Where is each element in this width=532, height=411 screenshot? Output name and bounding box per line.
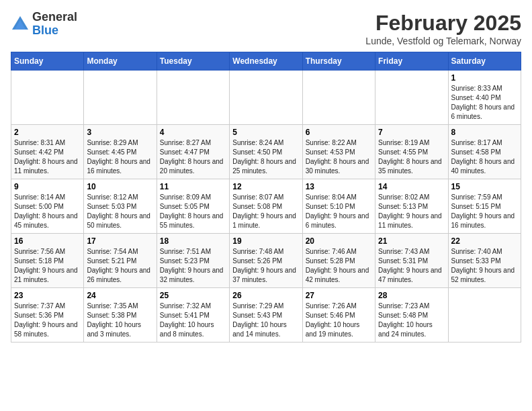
calendar-table: SundayMondayTuesdayWednesdayThursdayFrid… (11, 52, 521, 342)
calendar-cell (84, 71, 157, 125)
day-info: Sunrise: 7:56 AM Sunset: 5:18 PM Dayligh… (14, 247, 81, 285)
day-info: Sunrise: 7:43 AM Sunset: 5:31 PM Dayligh… (378, 247, 445, 285)
calendar-week-row: 23Sunrise: 7:37 AM Sunset: 5:36 PM Dayli… (11, 288, 521, 342)
calendar-cell: 14Sunrise: 8:02 AM Sunset: 5:13 PM Dayli… (375, 179, 448, 234)
calendar-cell: 3Sunrise: 8:29 AM Sunset: 4:45 PM Daylig… (84, 125, 157, 179)
calendar-cell: 18Sunrise: 7:51 AM Sunset: 5:23 PM Dayli… (157, 234, 229, 288)
month-title: February 2025 (365, 11, 521, 36)
day-number: 25 (160, 291, 226, 300)
day-number: 10 (87, 182, 153, 191)
column-header-sunday: Sunday (11, 52, 84, 71)
calendar-cell: 23Sunrise: 7:37 AM Sunset: 5:36 PM Dayli… (11, 288, 84, 342)
day-info: Sunrise: 7:51 AM Sunset: 5:23 PM Dayligh… (160, 247, 226, 285)
day-info: Sunrise: 8:04 AM Sunset: 5:10 PM Dayligh… (306, 193, 372, 230)
column-header-friday: Friday (375, 52, 448, 71)
calendar-cell: 9Sunrise: 8:14 AM Sunset: 5:00 PM Daylig… (11, 179, 84, 234)
calendar-week-row: 16Sunrise: 7:56 AM Sunset: 5:18 PM Dayli… (11, 234, 521, 288)
day-info: Sunrise: 8:22 AM Sunset: 4:53 PM Dayligh… (306, 138, 372, 176)
day-number: 12 (232, 182, 299, 191)
calendar-cell: 1Sunrise: 8:33 AM Sunset: 4:40 PM Daylig… (448, 71, 521, 125)
day-number: 21 (378, 236, 445, 246)
calendar-cell (11, 71, 84, 125)
calendar-cell: 4Sunrise: 8:27 AM Sunset: 4:47 PM Daylig… (157, 125, 229, 179)
calendar-cell: 12Sunrise: 8:07 AM Sunset: 5:08 PM Dayli… (230, 179, 302, 234)
calendar-cell: 6Sunrise: 8:22 AM Sunset: 4:53 PM Daylig… (302, 125, 375, 179)
day-info: Sunrise: 8:17 AM Sunset: 4:58 PM Dayligh… (451, 138, 518, 176)
day-info: Sunrise: 7:35 AM Sunset: 5:38 PM Dayligh… (87, 302, 153, 339)
day-info: Sunrise: 7:32 AM Sunset: 5:41 PM Dayligh… (160, 302, 226, 339)
day-number: 14 (378, 182, 445, 191)
day-number: 7 (378, 128, 445, 137)
page-header: General Blue February 2025 Lunde, Vestfo… (11, 11, 521, 46)
day-info: Sunrise: 8:09 AM Sunset: 5:05 PM Dayligh… (160, 193, 226, 230)
day-number: 8 (451, 128, 518, 137)
calendar-cell: 17Sunrise: 7:54 AM Sunset: 5:21 PM Dayli… (84, 234, 157, 288)
day-number: 28 (378, 291, 445, 300)
calendar-cell: 16Sunrise: 7:56 AM Sunset: 5:18 PM Dayli… (11, 234, 84, 288)
day-number: 24 (87, 291, 153, 300)
logo-icon (11, 15, 30, 34)
logo-general-text: General (32, 10, 77, 24)
location-text: Lunde, Vestfold og Telemark, Norway (365, 36, 521, 46)
calendar-week-row: 9Sunrise: 8:14 AM Sunset: 5:00 PM Daylig… (11, 179, 521, 234)
column-header-tuesday: Tuesday (157, 52, 229, 71)
day-info: Sunrise: 7:46 AM Sunset: 5:28 PM Dayligh… (306, 247, 372, 285)
day-info: Sunrise: 7:26 AM Sunset: 5:46 PM Dayligh… (306, 302, 372, 339)
day-number: 13 (306, 182, 372, 191)
calendar-cell: 19Sunrise: 7:48 AM Sunset: 5:26 PM Dayli… (230, 234, 302, 288)
calendar-cell: 22Sunrise: 7:40 AM Sunset: 5:33 PM Dayli… (448, 234, 521, 288)
column-header-monday: Monday (84, 52, 157, 71)
column-header-saturday: Saturday (448, 52, 521, 71)
column-header-wednesday: Wednesday (230, 52, 302, 71)
day-info: Sunrise: 7:40 AM Sunset: 5:33 PM Dayligh… (451, 247, 518, 285)
calendar-header-row: SundayMondayTuesdayWednesdayThursdayFrid… (11, 52, 521, 71)
day-info: Sunrise: 7:59 AM Sunset: 5:15 PM Dayligh… (451, 193, 518, 230)
day-info: Sunrise: 8:14 AM Sunset: 5:00 PM Dayligh… (14, 193, 81, 230)
calendar-cell (375, 71, 448, 125)
calendar-week-row: 2Sunrise: 8:31 AM Sunset: 4:42 PM Daylig… (11, 125, 521, 179)
day-info: Sunrise: 7:29 AM Sunset: 5:43 PM Dayligh… (232, 302, 299, 339)
day-info: Sunrise: 8:24 AM Sunset: 4:50 PM Dayligh… (232, 138, 299, 176)
day-number: 5 (232, 128, 299, 137)
day-number: 18 (160, 236, 226, 246)
calendar-cell (448, 288, 521, 342)
day-number: 26 (232, 291, 299, 300)
day-info: Sunrise: 8:12 AM Sunset: 5:03 PM Dayligh… (87, 193, 153, 230)
day-number: 23 (14, 291, 81, 300)
day-info: Sunrise: 8:02 AM Sunset: 5:13 PM Dayligh… (378, 193, 445, 230)
day-number: 22 (451, 236, 518, 246)
calendar-cell: 15Sunrise: 7:59 AM Sunset: 5:15 PM Dayli… (448, 179, 521, 234)
calendar-cell: 25Sunrise: 7:32 AM Sunset: 5:41 PM Dayli… (157, 288, 229, 342)
calendar-cell: 27Sunrise: 7:26 AM Sunset: 5:46 PM Dayli… (302, 288, 375, 342)
calendar-week-row: 1Sunrise: 8:33 AM Sunset: 4:40 PM Daylig… (11, 71, 521, 125)
day-number: 15 (451, 182, 518, 191)
day-number: 20 (306, 236, 372, 246)
day-number: 1 (451, 73, 518, 83)
day-info: Sunrise: 7:48 AM Sunset: 5:26 PM Dayligh… (232, 247, 299, 285)
day-info: Sunrise: 8:29 AM Sunset: 4:45 PM Dayligh… (87, 138, 153, 176)
day-info: Sunrise: 8:07 AM Sunset: 5:08 PM Dayligh… (232, 193, 299, 230)
calendar-cell: 5Sunrise: 8:24 AM Sunset: 4:50 PM Daylig… (230, 125, 302, 179)
day-info: Sunrise: 8:19 AM Sunset: 4:55 PM Dayligh… (378, 138, 445, 176)
day-number: 16 (14, 236, 81, 246)
day-number: 2 (14, 128, 81, 137)
title-block: February 2025 Lunde, Vestfold og Telemar… (365, 11, 521, 46)
day-info: Sunrise: 7:23 AM Sunset: 5:48 PM Dayligh… (378, 302, 445, 339)
calendar-cell: 2Sunrise: 8:31 AM Sunset: 4:42 PM Daylig… (11, 125, 84, 179)
day-number: 19 (232, 236, 299, 246)
calendar-cell: 13Sunrise: 8:04 AM Sunset: 5:10 PM Dayli… (302, 179, 375, 234)
day-number: 3 (87, 128, 153, 137)
calendar-cell: 28Sunrise: 7:23 AM Sunset: 5:48 PM Dayli… (375, 288, 448, 342)
calendar-cell: 26Sunrise: 7:29 AM Sunset: 5:43 PM Dayli… (230, 288, 302, 342)
logo: General Blue (11, 11, 77, 38)
day-info: Sunrise: 8:31 AM Sunset: 4:42 PM Dayligh… (14, 138, 81, 176)
day-number: 9 (14, 182, 81, 191)
day-number: 6 (306, 128, 372, 137)
calendar-cell: 10Sunrise: 8:12 AM Sunset: 5:03 PM Dayli… (84, 179, 157, 234)
day-number: 11 (160, 182, 226, 191)
day-info: Sunrise: 7:54 AM Sunset: 5:21 PM Dayligh… (87, 247, 153, 285)
calendar-cell (230, 71, 302, 125)
day-number: 17 (87, 236, 153, 246)
day-number: 4 (160, 128, 226, 137)
day-number: 27 (306, 291, 372, 300)
